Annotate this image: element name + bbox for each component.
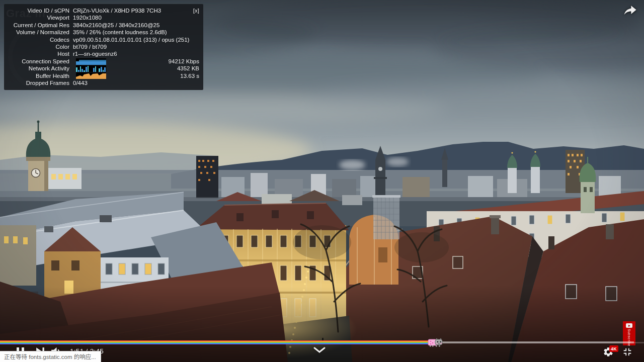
video-player-fullscreen: Graz in 4K [x] Video ID / sCPNCRjZn-VUoX…: [0, 0, 644, 362]
stat-row: Video ID / sCPNCRjZn-VUoXk / X8HD P938 7…: [8, 7, 199, 14]
stat-row: Colorbt709 / bt709: [8, 43, 199, 50]
stat-row: Current / Optimal Res3840x2160@25 / 3840…: [8, 22, 199, 29]
buffer-health-graph: [76, 72, 106, 79]
stat-row: Hostr1—sn-oguesnz6: [8, 50, 199, 57]
close-icon[interactable]: [x]: [193, 7, 199, 14]
chevron-down-icon: [313, 347, 326, 354]
stats-for-nerds-panel: [x] Video ID / sCPNCRjZn-VUoXk / X8HD P9…: [4, 4, 203, 90]
scroll-down-chevron: [313, 347, 326, 356]
browser-status-tooltip: 正在等待 fonts.gstatic.com 的响应...: [0, 351, 101, 362]
progress-rainbow-trail: [0, 340, 433, 344]
share-icon: [623, 5, 637, 17]
progress-bar[interactable]: [0, 340, 644, 347]
fullscreen-button[interactable]: [622, 346, 633, 359]
stat-row: Viewport1920x1080: [8, 14, 199, 21]
stat-row: Volume / Normalized35% / 26% (content lo…: [8, 29, 199, 36]
quality-badge: 4K: [609, 345, 618, 352]
stat-row-connection-speed: Connection Speed 94212 Kbps: [8, 58, 199, 65]
stat-row-buffer-health: Buffer Health 13.63 s: [8, 72, 199, 79]
fullscreen-exit-icon: [622, 346, 633, 357]
nyan-cat-scrubber[interactable]: [428, 338, 443, 347]
progress-buffered: [433, 341, 633, 343]
stat-row: Dropped Frames0/443: [8, 79, 199, 86]
connection-speed-graph: [76, 58, 106, 65]
network-activity-graph: [76, 65, 106, 72]
share-button[interactable]: [623, 5, 638, 18]
stat-row-network-activity: Network Activity 4352 KB: [8, 65, 199, 72]
youtube-play-icon: [626, 323, 632, 328]
stat-row: Codecsvp09.00.51.08.01.01.01.01 (313) / …: [8, 36, 199, 43]
